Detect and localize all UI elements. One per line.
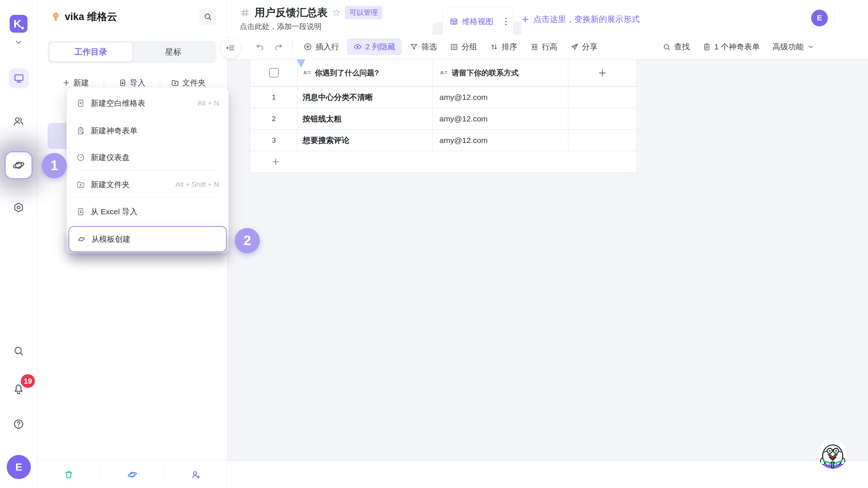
column-header-problem[interactable]: A 你遇到了什么问题? xyxy=(298,59,433,86)
menu-item-new-datasheet[interactable]: 新建空白维格表 Alt + N xyxy=(67,91,229,115)
folder-plus-icon xyxy=(76,180,85,189)
permission-badge: 可以管理 xyxy=(345,6,382,19)
menu-item-new-folder[interactable]: 新建文件夹 Alt + Shift + N xyxy=(67,173,229,196)
chevron-down-icon xyxy=(807,43,814,51)
menu-divider xyxy=(75,170,220,170)
divider xyxy=(164,468,164,481)
workspace-name[interactable]: vika 维格云 xyxy=(65,10,117,23)
column-header-contact[interactable]: A 请留下你的联系方式 xyxy=(433,59,568,86)
plus-icon xyxy=(62,79,70,87)
plus-icon xyxy=(597,68,607,78)
status-footer xyxy=(228,461,868,488)
filter-button[interactable]: 筛选 xyxy=(403,39,443,55)
menu-item-import-excel[interactable]: 从 Excel 导入 xyxy=(67,200,229,224)
divider xyxy=(834,11,835,25)
document-header: 用户反馈汇总表 ☆ 可以管理 xyxy=(240,5,382,20)
users-icon xyxy=(12,115,25,128)
cell-problem: 消息中心分类不清晰 xyxy=(303,92,373,103)
left-rail: K 19 E xyxy=(0,0,37,488)
table-row[interactable]: 3 想要搜索评论 amy@12.com xyxy=(250,130,636,151)
grid-view-icon xyxy=(449,17,458,26)
add-column-button[interactable] xyxy=(568,59,636,86)
assistant-mascot[interactable] xyxy=(817,438,848,469)
trash-icon[interactable] xyxy=(64,469,74,480)
tab-starred[interactable]: 星标 xyxy=(132,43,214,61)
vika-logo[interactable]: K xyxy=(10,15,28,33)
toolbar: 插入行 2 列隐藏 筛选 分组 排序 行高 分享 查找 xyxy=(228,35,868,59)
table-row[interactable]: 2 按钮线太粗 amy@12.com xyxy=(250,108,636,130)
sidebar-item-contacts[interactable] xyxy=(12,115,25,128)
file-import-icon xyxy=(76,207,85,216)
redo-icon[interactable] xyxy=(269,42,288,52)
table-row[interactable]: 1 消息中心分类不清晰 amy@12.com xyxy=(250,87,636,108)
star-icon[interactable]: ☆ xyxy=(332,8,341,17)
help-icon[interactable] xyxy=(13,418,25,430)
form-plus-icon xyxy=(76,126,85,135)
select-all-checkbox[interactable] xyxy=(269,68,279,78)
menu-item-new-dashboard[interactable]: 新建仪表盘 xyxy=(67,146,229,169)
tab-working-directory[interactable]: 工作目录 xyxy=(49,43,132,61)
cell-problem: 按钮线太粗 xyxy=(303,114,342,124)
plus-icon xyxy=(521,15,530,24)
template-planet-icon[interactable] xyxy=(127,469,138,480)
rail-user-avatar[interactable]: E xyxy=(7,455,31,479)
search-icon xyxy=(662,43,671,51)
monitor-icon xyxy=(13,73,25,84)
divider xyxy=(292,40,293,53)
invite-user-icon[interactable] xyxy=(191,469,201,480)
file-import-icon xyxy=(119,79,127,87)
table-header-row: A 你遇到了什么问题? A 请留下你的联系方式 xyxy=(250,59,636,87)
tab-grid-view[interactable]: 维格视图 xyxy=(442,7,514,35)
shortcut-hint: Alt + N xyxy=(197,99,219,107)
share-button[interactable]: 分享 xyxy=(564,39,604,55)
group-button[interactable]: 分组 xyxy=(443,39,484,55)
sidebar-item-templates[interactable] xyxy=(5,152,32,179)
chevron-down-icon[interactable] xyxy=(14,38,23,47)
funnel-icon xyxy=(410,43,418,51)
cell-contact: amy@12.com xyxy=(439,114,488,123)
svg-text:A: A xyxy=(303,70,307,75)
undo-icon[interactable] xyxy=(251,42,269,52)
workspace-header: vika 维格云 xyxy=(51,8,117,25)
tutorial-step-2-badge: 2 xyxy=(235,228,260,253)
panel-tabs: 工作目录 星标 xyxy=(48,41,216,63)
add-view-button[interactable]: 点击这里，变换新的展示形式 xyxy=(521,12,640,27)
insert-row-button[interactable]: 插入行 xyxy=(297,39,345,55)
lightbulb-icon xyxy=(51,12,61,22)
menu-item-create-from-template[interactable]: 从模板创建 xyxy=(68,226,227,252)
document-title[interactable]: 用户反馈汇总表 xyxy=(255,6,327,20)
gauge-icon xyxy=(76,153,85,162)
row-height-icon xyxy=(530,43,539,51)
menu-divider xyxy=(75,197,220,198)
add-row-button[interactable] xyxy=(250,151,636,172)
rail-search-icon[interactable] xyxy=(13,345,25,357)
app-window: K 19 E vika 维格云 工作目录 星标 xyxy=(0,0,868,488)
eye-icon xyxy=(353,42,362,51)
panel-bottom-bar xyxy=(37,461,227,488)
share-plane-icon xyxy=(570,43,579,51)
logo-dot xyxy=(21,27,24,29)
planet-icon xyxy=(12,158,26,172)
cell-problem: 想要搜索评论 xyxy=(303,135,349,146)
menu-item-new-form[interactable]: 新建神奇表单 xyxy=(67,119,229,143)
description-placeholder[interactable]: 点击此处，添加一段说明 xyxy=(240,22,322,32)
find-button[interactable]: 查找 xyxy=(656,39,696,55)
panel-search-button[interactable] xyxy=(199,8,216,25)
selected-tree-item[interactable] xyxy=(48,123,68,149)
tutorial-step-1-badge: 1 xyxy=(42,153,67,178)
row-height-button[interactable]: 行高 xyxy=(524,39,564,55)
hidden-columns-button[interactable]: 2 列隐藏 xyxy=(347,39,402,55)
view-options-kebab-icon[interactable] xyxy=(505,18,507,25)
magic-form-button[interactable]: 1 个神奇表单 xyxy=(696,39,767,55)
collaborator-avatar[interactable]: E xyxy=(811,10,828,26)
sidebar-item-workbench[interactable] xyxy=(9,68,29,88)
sidebar-item-settings[interactable] xyxy=(12,202,25,214)
sort-button[interactable]: 排序 xyxy=(484,39,524,55)
plus-circle-icon xyxy=(303,42,312,51)
advanced-features-button[interactable]: 高级功能 xyxy=(766,39,821,55)
shortcut-hint: Alt + Shift + N xyxy=(175,180,219,189)
folder-plus-icon xyxy=(171,79,179,87)
collapse-sidebar-button[interactable] xyxy=(220,38,241,58)
main-area: 用户反馈汇总表 ☆ 可以管理 点击此处，添加一段说明 维格视图 点击这里，变换新… xyxy=(228,0,868,488)
collapse-icon xyxy=(225,43,236,53)
